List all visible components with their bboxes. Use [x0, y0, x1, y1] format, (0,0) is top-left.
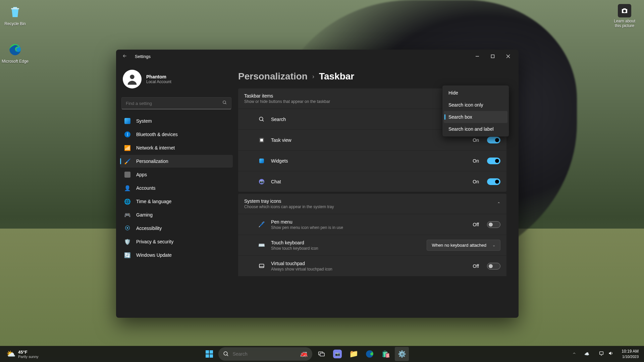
toggle-virtual-touchpad[interactable]	[487, 263, 500, 269]
desktop-icon-spotlight[interactable]: Learn about this picture	[608, 3, 641, 29]
tray-overflow-button[interactable]	[570, 349, 578, 358]
search-input[interactable]	[126, 101, 222, 106]
keyboard-icon: ⌨️	[258, 241, 266, 249]
svg-line-15	[227, 355, 228, 356]
svg-line-11	[262, 120, 264, 121]
globe-clock-icon: 🌐	[124, 198, 131, 205]
toggle-state: On	[473, 179, 479, 184]
titlebar: Settings	[116, 50, 519, 63]
gear-icon: ⚙️	[398, 350, 406, 358]
toggle-chat[interactable]	[487, 178, 500, 185]
row-label: Widgets	[271, 158, 467, 164]
task-view-icon	[318, 350, 325, 358]
row-sublabel: Always show virtual touchpad icon	[271, 267, 468, 272]
chevron-down-icon: ⌄	[492, 243, 495, 247]
sidebar-item-privacy[interactable]: 🛡️Privacy & security	[120, 235, 233, 248]
sidebar-item-accounts[interactable]: 👤Accounts	[120, 182, 233, 194]
spotlight-label-1: Learn about	[614, 19, 635, 23]
tray-onedrive[interactable]: ☁️	[581, 352, 593, 356]
minimize-button[interactable]	[470, 50, 485, 63]
sidebar-item-windows-update[interactable]: 🔄Windows Update	[120, 249, 233, 261]
sidebar-item-system[interactable]: System	[120, 115, 233, 127]
close-button[interactable]	[500, 50, 516, 63]
taskbar: ⛅ 45°F Partly sunny 🚒 📷 📁 🛍️ ⚙️ ☁️	[0, 346, 644, 362]
back-button[interactable]	[119, 53, 131, 60]
edge-icon	[365, 350, 374, 358]
store-icon: 🛍️	[382, 350, 390, 358]
svg-point-8	[223, 101, 226, 104]
user-block[interactable]: Phantom Local Account	[120, 68, 233, 95]
chevron-right-icon: ›	[312, 73, 314, 80]
maximize-button[interactable]	[485, 50, 500, 63]
row-sublabel: Show touch keyboard icon	[271, 246, 421, 251]
sidebar-item-bluetooth[interactable]: ᛒBluetooth & devices	[120, 128, 233, 141]
breadcrumb-parent[interactable]: Personalization	[238, 71, 308, 82]
menu-item-search-box[interactable]: Search box	[444, 111, 507, 123]
menu-item-icon-label[interactable]: Search icon and label	[444, 123, 507, 135]
search-settings-box[interactable]	[121, 97, 231, 109]
chat-button[interactable]: 📷	[330, 347, 344, 361]
group-title: Taskbar items	[244, 93, 330, 99]
folder-icon: 📁	[349, 350, 358, 358]
task-view-button[interactable]	[314, 347, 328, 361]
desktop-icon-recycle-bin[interactable]: Recycle Bin	[0, 3, 30, 27]
camera-icon	[618, 4, 631, 17]
row-virtual-touchpad: Virtual touchpad Always show virtual tou…	[238, 255, 506, 276]
system-tray[interactable]	[595, 351, 617, 357]
svg-point-10	[259, 117, 263, 121]
taskbar-search-input[interactable]	[232, 351, 297, 357]
search-icon	[222, 100, 227, 106]
menu-item-icon-only[interactable]: Search icon only	[444, 99, 507, 111]
sidebar-item-apps[interactable]: Apps	[120, 168, 233, 181]
weather-icon: ⛅	[6, 349, 15, 359]
sidebar-item-accessibility[interactable]: ⦿Accessibility	[120, 222, 233, 235]
menu-item-hide[interactable]: Hide	[444, 87, 507, 99]
row-widgets: Widgets On	[238, 150, 506, 171]
pen-icon: 🖊️	[258, 221, 266, 229]
touch-keyboard-dropdown[interactable]: When no keyboard attached ⌄	[427, 240, 500, 251]
svg-rect-4	[491, 55, 494, 58]
store-button[interactable]: 🛍️	[379, 347, 393, 361]
toggle-state: Off	[473, 222, 479, 227]
content-area: Personalization › Taskbar Taskbar items …	[237, 63, 519, 318]
start-button[interactable]	[202, 347, 216, 361]
settings-taskbar-button[interactable]: ⚙️	[395, 347, 409, 361]
toggle-task-view[interactable]	[487, 137, 500, 143]
sidebar-item-personalization[interactable]: 🖌️Personalization	[120, 155, 233, 168]
search-icon	[258, 115, 266, 123]
weather-condition: Partly sunny	[18, 355, 39, 359]
person-icon: 👤	[124, 185, 131, 191]
desktop-icon-edge[interactable]: Microsoft Edge	[0, 40, 30, 65]
windows-logo-icon	[206, 350, 213, 358]
sidebar-item-time-language[interactable]: 🌐Time & language	[120, 195, 233, 208]
wifi-icon: 📶	[124, 144, 131, 151]
settings-window: Settings Phantom Local Account	[116, 50, 519, 318]
svg-point-7	[130, 75, 134, 79]
row-pen-menu: 🖊️ Pen menu Show pen menu icon when pen …	[238, 214, 506, 235]
clock-time: 10:19 AM	[622, 349, 639, 354]
nav: System ᛒBluetooth & devices 📶Network & i…	[120, 115, 233, 261]
sidebar-item-network[interactable]: 📶Network & internet	[120, 141, 233, 154]
row-chat: 📷 Chat On	[238, 171, 506, 192]
taskbar-search-box[interactable]: 🚒	[218, 347, 312, 361]
group-header-system-tray[interactable]: System tray icons Choose which icons can…	[238, 194, 506, 214]
shield-icon: 🛡️	[124, 238, 131, 245]
paintbrush-icon: 🖌️	[124, 158, 131, 165]
search-highlights-icon: 🚒	[300, 350, 308, 358]
row-touch-keyboard: ⌨️ Touch keyboard Show touch keyboard ic…	[238, 235, 506, 255]
edge-button[interactable]	[363, 347, 377, 361]
toggle-widgets[interactable]	[487, 158, 500, 164]
widgets-icon	[258, 157, 266, 165]
svg-point-2	[623, 10, 626, 12]
edge-icon	[7, 42, 23, 58]
sidebar-item-gaming[interactable]: 🎮Gaming	[120, 208, 233, 221]
widgets-button[interactable]: ⛅ 45°F Partly sunny	[3, 348, 41, 360]
file-explorer-button[interactable]: 📁	[346, 347, 361, 361]
row-label: Pen menu	[271, 219, 468, 225]
clock-button[interactable]: 10:19 AM 1/10/2023	[620, 349, 641, 359]
group-title: System tray icons	[244, 198, 334, 204]
row-label: Chat	[271, 179, 467, 184]
toggle-pen-menu[interactable]	[487, 221, 500, 228]
user-account: Local Account	[146, 79, 171, 84]
clock-date: 1/10/2023	[622, 354, 639, 359]
